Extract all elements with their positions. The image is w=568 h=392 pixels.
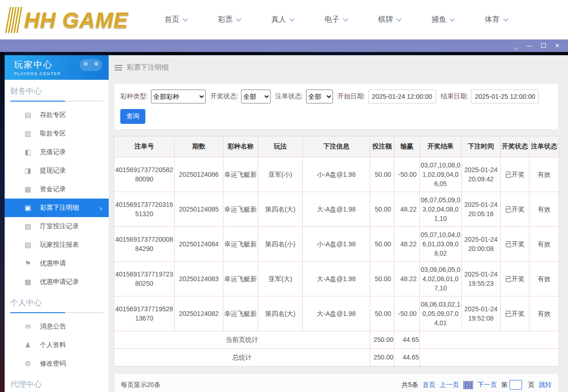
cell-lottery-name: 幸运飞艇新 — [223, 192, 258, 227]
menu-item-label: 体育 — [485, 15, 500, 25]
chevron-down-icon — [450, 16, 455, 21]
window-titlebar: — ✕ — [0, 39, 568, 52]
menu-item-board-games[interactable]: 棋牌 — [378, 15, 401, 25]
col-order-id: 注单号 — [114, 136, 175, 157]
cell-draw-status: 已开奖 — [501, 296, 529, 331]
cell-bet-info: 大-A盘@1.98 — [303, 192, 370, 227]
chevron-down-icon — [503, 16, 508, 21]
sidebar-item-label: 提现记录 — [40, 167, 66, 175]
summary-label: 当前页统计 — [114, 331, 370, 349]
order-status-select[interactable]: 全部 — [306, 90, 333, 103]
window-maximize-button[interactable] — [536, 39, 550, 52]
cell-play-type: 第四名(大) — [258, 296, 303, 331]
bet-table: 注单号 期数 彩种名称 玩法 下注信息 投注额 输赢 开奖结果 下注时间 开奖状… — [114, 136, 559, 366]
cell-bet-time: 2025-01-24 20:05:16 — [462, 192, 501, 227]
window-dropdown-chevron-icon[interactable] — [513, 45, 519, 51]
maximize-icon — [541, 43, 546, 48]
sidebar-item-recharge-records[interactable]: ◧ 充值记录 — [5, 143, 109, 161]
sidebar-item-profile[interactable]: ♟ 个人资料 — [5, 336, 109, 354]
lottery-type-select[interactable]: 全部彩种 — [151, 90, 206, 103]
filter-panel: 彩种类型: 全部彩种 开奖状态: 全部 注单状态: 全部 开始日期: 结束日期:… — [114, 83, 559, 130]
page-size-text: 每页显示20条 — [121, 381, 161, 389]
brand-logo[interactable]: HH GAME — [7, 7, 137, 33]
section-title-agent: 代理中心 — [10, 379, 103, 392]
cell-bet-info: 大-A盘@1.98 — [303, 262, 370, 296]
col-order-status: 注单状态 — [529, 136, 559, 157]
summary-winloss-total: 44.65 — [394, 349, 420, 366]
sidebar-item-promo-apply-records[interactable]: ▩ 优惠申请记录 — [5, 273, 109, 291]
query-button[interactable]: 查询 — [120, 109, 145, 124]
next-page-link[interactable]: 下一页 — [477, 381, 497, 389]
sidebar: 玩家中心 PLAYERS CENTER 财务中心 ▤ 存款专区 ▥ 取款专区 ◧… — [5, 55, 109, 392]
cell-draw-status: 已开奖 — [501, 192, 529, 227]
chevron-down-icon — [289, 16, 294, 21]
chevron-down-icon — [343, 16, 348, 21]
cell-lottery-name: 幸运飞艇新 — [223, 157, 258, 192]
cell-play-type: 亚军(小) — [258, 157, 303, 192]
menu-item-sports[interactable]: 体育 — [485, 15, 508, 25]
cell-bet-info: 小-A盘@1.98 — [303, 157, 370, 192]
card-icon: ▤ — [23, 111, 33, 119]
jump-label-prefix: 第 — [501, 381, 508, 389]
cell-play-type: 第四名(大) — [258, 192, 303, 227]
cell-period: 20250124086 — [175, 157, 223, 192]
table-row: 401569173772000884290 20250124084 幸运飞艇新 … — [114, 227, 559, 262]
sidebar-item-lottery-bet-details[interactable]: ▣ 彩票下注明细 › — [5, 199, 109, 217]
menu-item-label: 首页 — [164, 15, 179, 25]
menu-item-electronic[interactable]: 电子 — [325, 15, 347, 25]
cell-period: 20250124082 — [175, 296, 223, 331]
cell-bet-amount: 50.00 — [370, 157, 394, 192]
cell-bet-info: 小-A盘@1.98 — [303, 227, 370, 262]
cell-draw-result: 03,09,06,05,04,02,08,01,07,10 — [420, 262, 462, 296]
cell-period: 20250124085 — [175, 192, 223, 227]
cell-win-loss: -50.00 — [394, 296, 420, 331]
chevron-down-icon — [396, 16, 401, 21]
jump-button[interactable]: 跳转 — [539, 381, 552, 389]
cell-bet-amount: 50.00 — [370, 262, 394, 296]
sidebar-item-change-password[interactable]: ⚙ 修改密码 — [5, 354, 109, 373]
menu-item-live[interactable]: 真人 — [271, 15, 294, 25]
window-close-button[interactable]: ✕ — [550, 39, 564, 52]
sidebar-item-label: 消息公告 — [40, 322, 66, 331]
menu-item-fishing[interactable]: 捕鱼 — [431, 15, 454, 25]
cell-period: 20250124083 — [175, 262, 223, 296]
sidebar-item-label: 优惠申请 — [40, 259, 66, 268]
main-menu: 首页 彩票 真人 电子 棋牌 捕鱼 体育 — [164, 15, 538, 25]
col-win-loss: 输赢 — [394, 136, 420, 157]
jump-page-input[interactable] — [509, 380, 522, 390]
menu-item-home[interactable]: 首页 — [164, 15, 187, 25]
col-bet-info: 下注信息 — [303, 136, 370, 157]
sidebar-item-withdrawal-records[interactable]: ◨ 提现记录 — [5, 161, 109, 180]
sidebar-item-hall-bet-records[interactable]: ▧ 厅室投注记录 — [5, 217, 109, 236]
draw-status-select[interactable]: 全部 — [241, 90, 271, 103]
cell-bet-time: 2025-01-24 20:09:42 — [462, 157, 501, 192]
col-bet-time: 下注时间 — [462, 136, 501, 157]
sidebar-item-messages[interactable]: ✉ 消息公告 — [5, 317, 109, 336]
cell-order-id: 401569173771952813670 — [114, 296, 175, 331]
end-date-input[interactable] — [471, 90, 539, 103]
sidebar-header: 玩家中心 PLAYERS CENTER — [5, 55, 109, 80]
sidebar-item-promo-apply[interactable]: ⚑ 优惠申请 — [5, 254, 109, 273]
sidebar-item-deposit-zone[interactable]: ▤ 存款专区 — [5, 106, 109, 124]
menu-item-lottery[interactable]: 彩票 — [218, 15, 241, 25]
current-page-badge[interactable]: [1] — [463, 381, 473, 389]
window-minimize-button[interactable]: — — [522, 39, 536, 52]
list-icon: ▣ — [23, 204, 33, 212]
hamburger-icon[interactable] — [115, 67, 122, 68]
sidebar-item-fund-records[interactable]: ▦ 资金记录 — [5, 180, 109, 199]
table-header-row: 注单号 期数 彩种名称 玩法 下注信息 投注额 输赢 开奖结果 下注时间 开奖状… — [114, 136, 559, 157]
gear-icon: ⚙ — [23, 360, 33, 368]
col-period: 期数 — [175, 136, 223, 157]
summary-row-grand-total: 总统计 250.00 44.65 — [114, 349, 559, 366]
sidebar-item-player-bet-report[interactable]: ▨ 玩家投注报表 — [5, 236, 109, 254]
chevron-down-icon — [236, 16, 241, 21]
first-page-link[interactable]: 首页 — [422, 381, 435, 389]
start-date-input[interactable] — [368, 90, 436, 103]
prev-page-link[interactable]: 上一页 — [439, 381, 459, 389]
summary-label: 总统计 — [114, 349, 370, 366]
cell-bet-amount: 50.00 — [370, 227, 394, 262]
logo-stripes-decoration — [5, 7, 24, 33]
sidebar-item-withdraw-zone[interactable]: ▥ 取款专区 — [5, 124, 109, 143]
cell-period: 20250124084 — [175, 227, 223, 262]
cell-bet-time: 2025-01-24 20:00:08 — [462, 227, 501, 262]
